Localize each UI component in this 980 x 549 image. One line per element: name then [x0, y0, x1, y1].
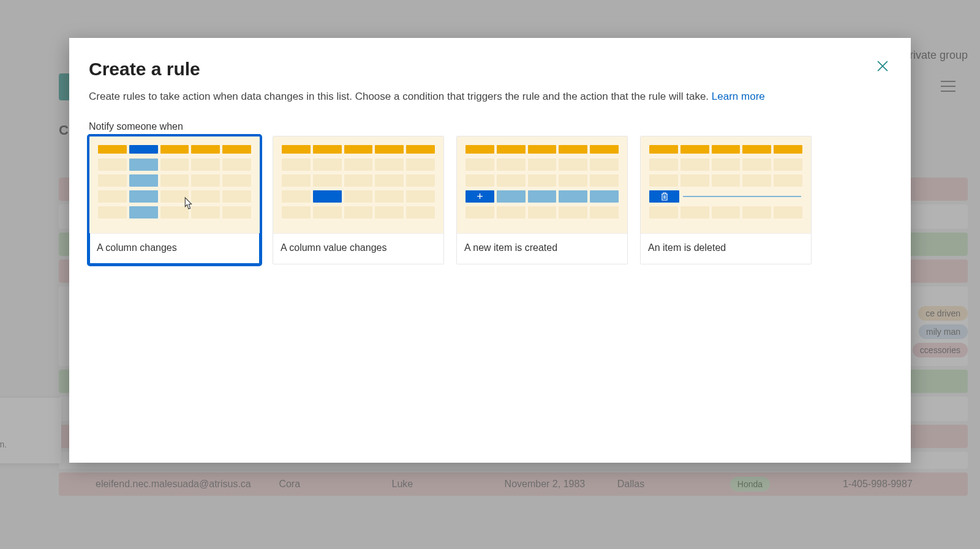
plus-icon: +: [466, 190, 494, 203]
rule-option-column-value-changes[interactable]: A column value changes: [273, 136, 444, 264]
rule-options-row: A column changes A column value changes: [89, 136, 891, 264]
rule-option-item-deleted[interactable]: An item is deleted: [640, 136, 812, 264]
option-illustration: [273, 136, 443, 233]
close-dialog-button[interactable]: [872, 55, 894, 77]
dialog-title: Create a rule: [89, 59, 891, 80]
option-illustration: [641, 136, 811, 233]
learn-more-link[interactable]: Learn more: [712, 91, 765, 102]
option-label: A column changes: [89, 233, 260, 264]
subtitle-text: Create rules to take action when data ch…: [89, 91, 712, 102]
option-illustration: [89, 136, 260, 233]
close-icon: [877, 61, 888, 72]
create-rule-dialog: Create a rule Create rules to take actio…: [69, 38, 911, 463]
trash-icon: [649, 190, 679, 203]
option-label: A column value changes: [273, 233, 443, 264]
option-label: An item is deleted: [641, 233, 811, 264]
rule-option-new-item-created[interactable]: + A new item is created: [456, 136, 628, 264]
option-label: A new item is created: [457, 233, 627, 264]
option-illustration: +: [457, 136, 627, 233]
section-label: Notify someone when: [89, 121, 891, 132]
rule-option-column-changes[interactable]: A column changes: [89, 136, 260, 264]
deleted-row-line: [682, 190, 802, 203]
dialog-subtitle: Create rules to take action when data ch…: [89, 91, 891, 103]
